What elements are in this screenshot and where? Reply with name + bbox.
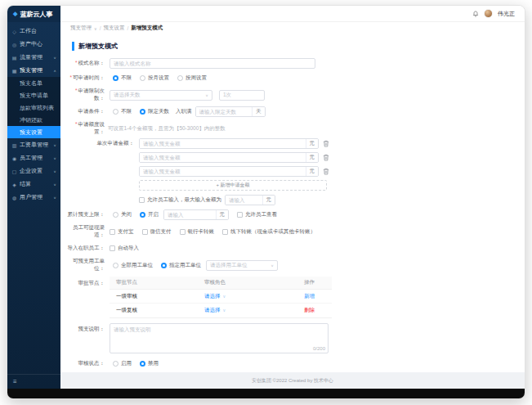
employee-icon: ◉: [11, 155, 17, 161]
amount-input-3[interactable]: [140, 167, 306, 176]
work-unit-select[interactable]: 请选择用工单位 ∨: [206, 260, 278, 271]
channel-alipay-checkbox[interactable]: 支付宝: [110, 228, 134, 236]
hire-days-input[interactable]: [196, 107, 253, 116]
delete-icon[interactable]: [323, 168, 329, 175]
sidebar-item-label: 结算: [20, 180, 31, 188]
user-name[interactable]: 伟光正: [498, 10, 515, 18]
logo-icon: ◆: [13, 11, 17, 17]
sidebar-item-label: 员工管理: [20, 154, 42, 162]
sidebar-item-settlement[interactable]: ◈ 结算 ∨: [7, 178, 60, 191]
breadcrumb-item[interactable]: 预支管理: [70, 25, 92, 32]
radio-condition-limited-days[interactable]: 限定天数: [140, 108, 169, 115]
avatar[interactable]: [484, 9, 493, 18]
advance-icon: ▦: [11, 68, 17, 74]
delete-icon[interactable]: [323, 140, 329, 147]
radio-icon: [113, 263, 118, 268]
radio-icon: [113, 361, 118, 367]
chevron-down-icon: ∨: [53, 56, 56, 60]
mode-name-input[interactable]: [110, 58, 315, 69]
allow-view-checkbox[interactable]: 允许员工查看: [237, 211, 277, 218]
col-role: 审核角色: [198, 279, 297, 286]
add-amount-button[interactable]: + 新增申请金额: [139, 180, 327, 191]
user-icon: ◍: [11, 195, 17, 200]
delete-icon[interactable]: [323, 154, 329, 161]
radio-apply-time-monthly[interactable]: 按月设置: [140, 74, 169, 82]
add-node-link[interactable]: 新增: [297, 293, 332, 300]
radio-all-units[interactable]: 全部用工单位: [113, 262, 153, 269]
sidebar-item-enterprise-settings[interactable]: ▢ 企业设置 ∨: [7, 164, 60, 178]
submenu-item-advance-list[interactable]: 预支名单: [7, 77, 60, 89]
amount-setting-hint: 可设置1-4个金额项，且需为【50-3000】内的整数: [108, 125, 226, 133]
channel-wechat-checkbox[interactable]: 微信支付: [142, 228, 172, 236]
hire-days-group: 天: [195, 106, 266, 117]
approval-table-header: 审批节点 审核角色 操作: [110, 277, 332, 290]
chevron-down-icon: ∨: [53, 182, 56, 187]
limit-count-input[interactable]: 1次: [219, 90, 265, 101]
approval-node-label: 审批节点：: [65, 280, 105, 287]
role-select[interactable]: 请选择∨: [198, 293, 297, 300]
channel-bankcard-checkbox[interactable]: 银行卡转账: [180, 228, 215, 236]
radio-limit-off[interactable]: 关闭: [113, 211, 132, 218]
sidebar-item-advance-mgmt[interactable]: ▦ 预支管理 ∧: [7, 64, 60, 77]
radio-status-enabled[interactable]: 启用: [113, 360, 132, 367]
yuan-suffix: 元: [306, 153, 319, 162]
chevron-down-icon: ∨: [223, 294, 226, 299]
table-row: 一级复核 请选择∨ 删除: [110, 304, 332, 317]
page-title: 新增预支模式: [72, 42, 516, 51]
sidebar-collapse[interactable]: ≡: [7, 374, 60, 389]
sidebar: ◇ 工作台 ◎ 资产中心 ▤ 流量管理 ∨ ▦ 预支管理 ∧: [7, 22, 60, 389]
checkbox-icon: [110, 245, 115, 251]
workbench-icon: ◇: [11, 29, 17, 34]
sidebar-item-payroll-mgmt[interactable]: ▥ 工资单管理 ∨: [7, 138, 60, 151]
radio-icon: [161, 263, 167, 268]
advance-submenu: 预支名单 预支申请单 放款审核列表 冲销还款 预支设置: [7, 77, 60, 138]
allow-input-checkbox[interactable]: 允许员工输入，最大输入金额为: [139, 196, 221, 204]
submenu-item-writeoff-repay[interactable]: 冲销还款: [7, 114, 60, 126]
sidebar-item-workbench[interactable]: ◇ 工作台: [7, 25, 60, 38]
apply-limit-label: *申请限制次数：: [65, 88, 105, 102]
amount-input-1[interactable]: [140, 139, 306, 148]
sidebar-item-flow-mgmt[interactable]: ▤ 流量管理 ∨: [7, 51, 60, 64]
enterprise-icon: ▢: [11, 169, 17, 174]
settlement-icon: ◈: [11, 182, 17, 187]
breadcrumb-current: 新增预支模式: [131, 25, 163, 32]
channel-offline-checkbox[interactable]: 线下转账（现金或卡或其他卡转账）: [222, 228, 315, 236]
submenu-item-loan-review[interactable]: 放款审核列表: [7, 101, 60, 114]
amount-group-3: 元: [139, 166, 319, 177]
description-textarea[interactable]: [110, 323, 329, 353]
sidebar-item-employee-mgmt[interactable]: ◉ 员工管理 ∨: [7, 151, 60, 164]
max-amount-input[interactable]: [226, 196, 262, 205]
radio-apply-time-weekly[interactable]: 按周设置: [177, 74, 207, 82]
submenu-item-advance-apply[interactable]: 预支申请单: [7, 89, 60, 101]
single-amount-label: 单次申请金额：: [65, 140, 134, 147]
top-bar-right: 伟光正: [60, 6, 525, 22]
sidebar-item-label: 流量管理: [20, 53, 42, 61]
radio-apply-time-unlimited[interactable]: 不限: [113, 74, 132, 82]
delete-node-link[interactable]: 删除: [297, 307, 332, 314]
logo-text: 蓝薪云人事: [20, 10, 52, 19]
sidebar-item-label: 工资单管理: [20, 141, 48, 149]
bell-icon[interactable]: [472, 11, 479, 17]
sidebar-item-label: 资产中心: [20, 40, 42, 48]
withdraw-channel-label: 员工可提现渠道：: [65, 224, 105, 239]
role-select[interactable]: 请选择∨: [198, 307, 297, 314]
sidebar-item-user-mgmt[interactable]: ◍ 用户管理 ∨: [7, 191, 60, 204]
amount-input-2[interactable]: [140, 153, 306, 162]
auto-import-checkbox[interactable]: 自动导入: [110, 245, 139, 252]
radio-specified-units[interactable]: 指定用工单位: [161, 262, 201, 269]
radio-condition-unlimited[interactable]: 不限: [113, 108, 132, 115]
work-unit-label: 可预支用工单位：: [65, 258, 105, 272]
node-name: 一级复核: [110, 307, 198, 314]
radio-limit-on[interactable]: 开启: [140, 211, 159, 218]
sidebar-item-asset-center[interactable]: ◎ 资产中心: [7, 38, 60, 51]
hire-days-prefix: 入职满: [176, 108, 192, 115]
apply-time-label: *可申请时间：: [65, 74, 105, 82]
breadcrumb-item[interactable]: 预支设置: [103, 25, 124, 32]
col-node: 审批节点: [110, 279, 198, 286]
submenu-item-advance-settings[interactable]: 预支设置: [7, 126, 60, 138]
limit-days-select[interactable]: 请选择天数 ∨: [110, 90, 212, 101]
radio-status-disabled[interactable]: 禁用: [140, 360, 159, 367]
page-footer: 安创集团 ©2022 Created by 技术中心: [60, 372, 525, 389]
select-placeholder: 请选择用工单位: [210, 262, 248, 269]
limit-amount-input[interactable]: [164, 210, 216, 219]
